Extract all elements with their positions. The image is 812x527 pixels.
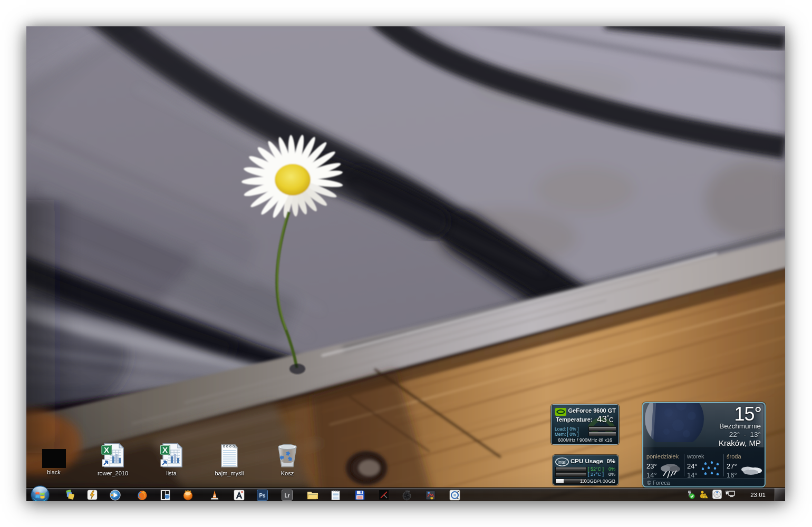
svg-text:intel: intel	[558, 460, 567, 465]
svg-text:X: X	[162, 445, 168, 454]
svg-text:Ps: Ps	[259, 493, 266, 499]
svg-text:Lr: Lr	[285, 493, 290, 499]
svg-text:X: X	[104, 445, 109, 454]
